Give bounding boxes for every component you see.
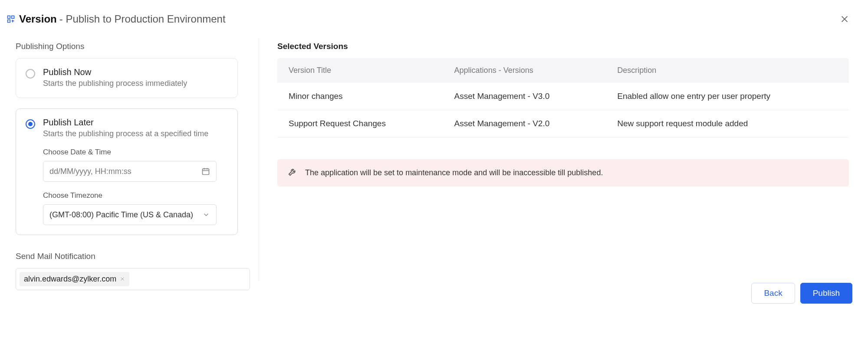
selected-versions-label: Selected Versions xyxy=(277,42,849,51)
publish-button[interactable]: Publish xyxy=(800,283,852,304)
cell-description: Enabled allow one entry per user propert… xyxy=(606,83,849,110)
mail-chip: alvin.edwards@zylker.com xyxy=(20,272,129,286)
timezone-label: Choose Timezone xyxy=(43,191,228,200)
svg-rect-0 xyxy=(8,16,10,19)
mail-recipients-input[interactable]: alvin.edwards@zylker.com xyxy=(16,268,250,290)
warning-text: The application will be set to maintenan… xyxy=(305,168,603,177)
chevron-down-icon xyxy=(202,211,210,219)
radio-publish-now[interactable] xyxy=(26,69,35,79)
option-publish-later[interactable]: Publish Later Starts the publishing proc… xyxy=(16,108,238,235)
maintenance-warning: The application will be set to maintenan… xyxy=(277,159,849,187)
cell-version-title: Support Request Changes xyxy=(277,110,443,137)
cell-app-version: Asset Management - V3.0 xyxy=(443,83,606,110)
timezone-value: (GMT-08:00) Pacific Time (US & Canada) xyxy=(49,210,193,219)
option-publish-now[interactable]: Publish Now Starts the publishing proces… xyxy=(16,58,238,98)
table-row: Support Request Changes Asset Management… xyxy=(277,110,849,137)
cell-app-version: Asset Management - V2.0 xyxy=(443,110,606,137)
svg-rect-2 xyxy=(8,20,10,23)
close-button[interactable] xyxy=(838,12,852,26)
option-publish-now-desc: Starts the publishing process immediatel… xyxy=(43,79,228,88)
date-time-label: Choose Date & Time xyxy=(43,148,228,157)
col-version-title: Version Title xyxy=(277,58,443,83)
option-publish-later-desc: Starts the publishing process at a speci… xyxy=(43,129,228,138)
col-applications: Applications - Versions xyxy=(443,58,606,83)
version-icon xyxy=(6,14,16,24)
tools-icon xyxy=(288,167,297,179)
timezone-select[interactable]: (GMT-08:00) Pacific Time (US & Canada) xyxy=(43,204,217,225)
calendar-icon[interactable] xyxy=(201,167,210,176)
option-publish-now-title: Publish Now xyxy=(43,67,228,77)
svg-rect-7 xyxy=(203,169,209,174)
mail-notification-label: Send Mail Notification xyxy=(16,252,238,261)
cell-description: New support request module added xyxy=(606,110,849,137)
cell-version-title: Minor changes xyxy=(277,83,443,110)
date-time-placeholder: dd/MM/yyyy, HH:mm:ss xyxy=(49,167,132,176)
dialog-header: Version - Publish to Production Environm… xyxy=(0,0,868,31)
publishing-options-label: Publishing Options xyxy=(16,42,238,51)
option-publish-later-title: Publish Later xyxy=(43,118,228,128)
col-description: Description xyxy=(606,58,849,83)
date-time-input[interactable]: dd/MM/yyyy, HH:mm:ss xyxy=(43,161,217,182)
dialog-title: Version - Publish to Production Environm… xyxy=(19,13,226,25)
dialog-footer: Back Publish xyxy=(751,283,852,304)
dialog-title-sub: - Publish to Production Environment xyxy=(59,13,226,25)
versions-table: Version Title Applications - Versions De… xyxy=(277,58,849,137)
svg-rect-1 xyxy=(12,16,14,19)
mail-chip-remove[interactable] xyxy=(120,276,125,283)
publishing-options-panel: Publishing Options Publish Now Starts th… xyxy=(16,42,259,290)
mail-chip-text: alvin.edwards@zylker.com xyxy=(24,275,116,284)
table-row: Minor changes Asset Management - V3.0 En… xyxy=(277,83,849,110)
radio-publish-later[interactable] xyxy=(26,119,35,129)
selected-versions-panel: Selected Versions Version Title Applicat… xyxy=(259,42,859,290)
dialog-title-main: Version xyxy=(19,13,57,25)
back-button[interactable]: Back xyxy=(751,283,795,304)
